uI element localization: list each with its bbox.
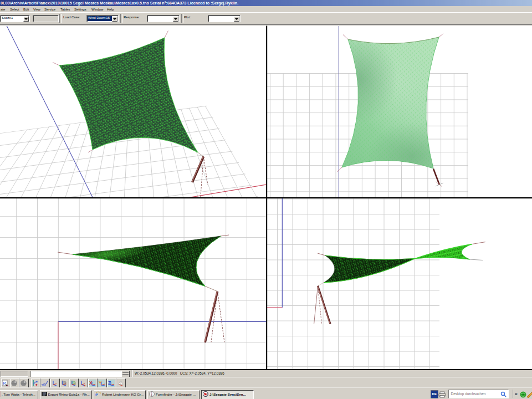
svg-text:Z: Z — [108, 380, 111, 385]
